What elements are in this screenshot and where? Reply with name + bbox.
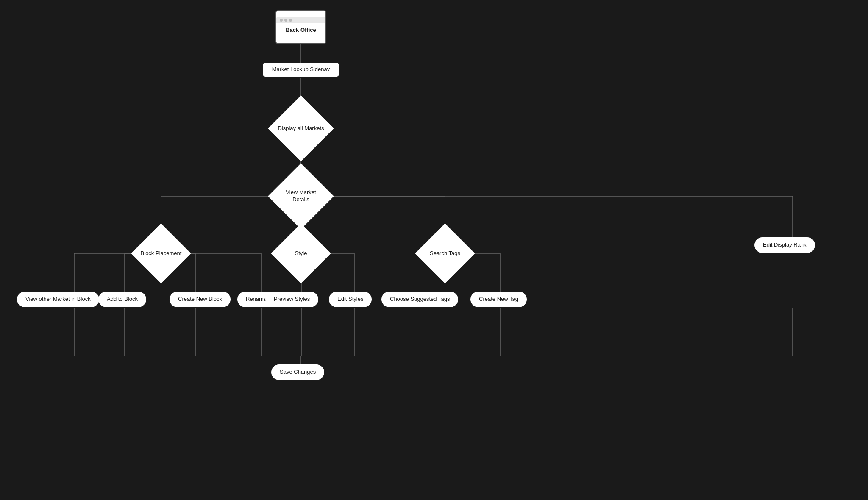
view-market-node: View Market Details	[278, 173, 324, 219]
choose-suggested-tags-node: Choose Suggested Tags	[381, 292, 458, 307]
create-new-block-node: Create New Block	[170, 292, 231, 307]
back-office-label: Back Office	[279, 23, 323, 37]
preview-styles-node: Preview Styles	[265, 292, 318, 307]
create-new-tag-node: Create New Tag	[470, 292, 527, 307]
edit-styles-node: Edit Styles	[329, 292, 372, 307]
search-tags-node: Search Tags	[424, 232, 466, 275]
flowchart-diagram: Back Office Market Lookup Sidenav Displa…	[0, 0, 868, 500]
block-placement-node: Block Placement	[140, 232, 182, 275]
market-lookup-node: Market Lookup Sidenav	[263, 63, 339, 77]
display-all-node: Display all Markets	[278, 105, 324, 152]
dot1	[280, 19, 283, 22]
dot3	[289, 19, 292, 22]
dot2	[284, 19, 287, 22]
add-to-block-node: Add to Block	[98, 292, 146, 307]
save-changes-node: Save Changes	[271, 364, 324, 380]
browser-dots	[276, 17, 326, 23]
style-node: Style	[280, 232, 322, 275]
edit-display-rank-node: Edit Display Rank	[754, 237, 815, 253]
back-office-node: Back Office	[275, 10, 326, 44]
view-other-market-node: View other Market in Block	[17, 292, 99, 307]
